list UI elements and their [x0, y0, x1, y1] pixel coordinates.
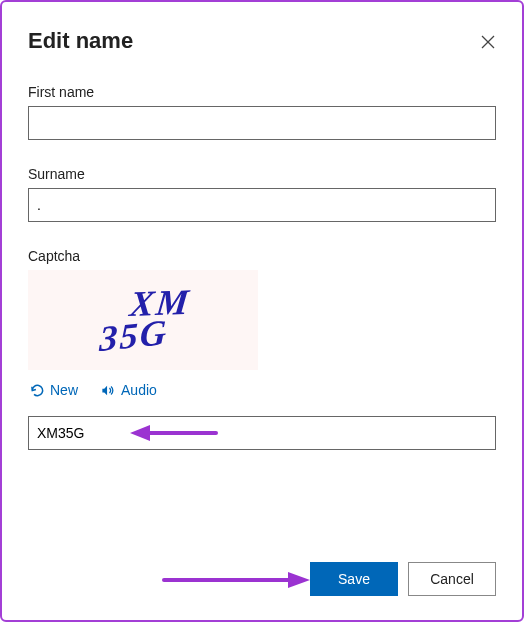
surname-input[interactable] [28, 188, 496, 222]
save-button[interactable]: Save [310, 562, 398, 596]
captcha-input[interactable] [28, 416, 496, 450]
first-name-input[interactable] [28, 106, 496, 140]
dialog-title: Edit name [28, 28, 133, 54]
refresh-icon [30, 383, 45, 398]
captcha-group: Captcha XM 35G [28, 248, 496, 370]
captcha-label: Captcha [28, 248, 496, 264]
dialog-footer: Save Cancel [310, 562, 496, 596]
first-name-label: First name [28, 84, 496, 100]
svg-marker-5 [288, 572, 310, 588]
dialog-body: Edit name First name Surname Captcha XM … [2, 2, 522, 620]
first-name-group: First name [28, 84, 496, 140]
captcha-audio-link[interactable]: Audio [100, 382, 157, 398]
captcha-image: XM 35G [28, 270, 258, 370]
captcha-new-label: New [50, 382, 78, 398]
captcha-input-group [28, 416, 496, 450]
audio-icon [100, 383, 116, 398]
surname-group: Surname [28, 166, 496, 222]
annotation-arrow-icon [162, 568, 312, 592]
captcha-audio-label: Audio [121, 382, 157, 398]
edit-name-dialog: Edit name First name Surname Captcha XM … [0, 0, 524, 622]
captcha-links: New Audio [30, 382, 496, 398]
dialog-header: Edit name [28, 28, 496, 84]
cancel-button[interactable]: Cancel [408, 562, 496, 596]
captcha-new-link[interactable]: New [30, 382, 78, 398]
close-icon[interactable] [480, 28, 496, 54]
surname-label: Surname [28, 166, 496, 182]
